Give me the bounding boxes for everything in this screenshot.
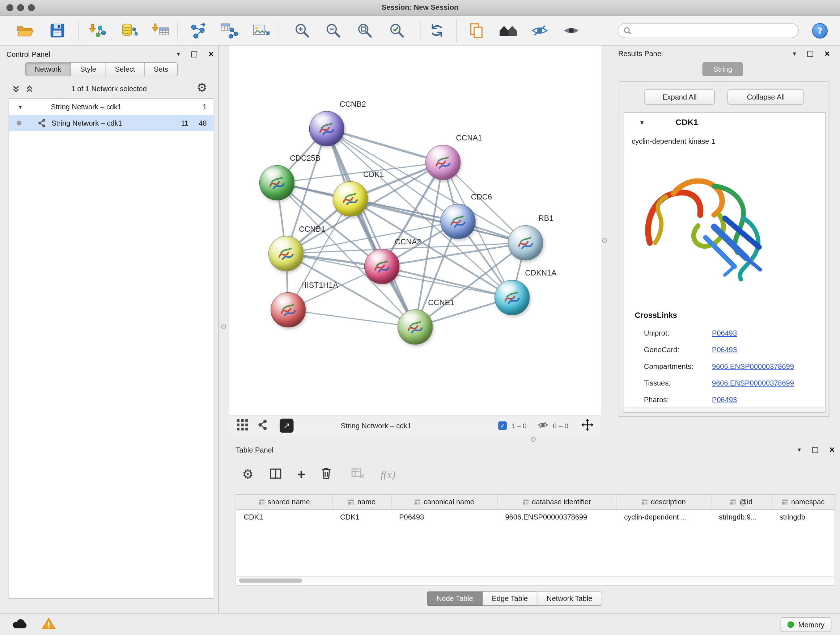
column-header-namespac[interactable]: namespac — [772, 495, 835, 509]
tab-style[interactable]: Style — [71, 63, 106, 76]
close-panel-icon[interactable]: × — [208, 50, 214, 59]
network-node-rb1[interactable] — [508, 225, 543, 261]
scrollbar-thumb[interactable] — [239, 578, 302, 583]
import-network-from-database-button[interactable] — [117, 19, 141, 42]
right-splitter-grip[interactable] — [602, 238, 607, 243]
float-panel-icon[interactable] — [807, 51, 813, 57]
new-network-button[interactable] — [186, 19, 210, 42]
table-row[interactable]: CDK1CDK1P064939606.ENSP00000378699cyclin… — [236, 510, 835, 524]
network-node-ccnb2[interactable] — [309, 111, 344, 147]
zoom-out-button[interactable] — [322, 19, 345, 42]
new-network-from-table-button[interactable] — [218, 19, 241, 42]
network-node-ccne1[interactable] — [398, 309, 433, 345]
column-header-description[interactable]: description — [616, 495, 711, 509]
network-collection-row[interactable]: ▾ String Network – cdk1 1 — [9, 98, 214, 114]
network-edge[interactable] — [327, 128, 443, 162]
open-session-button[interactable] — [13, 19, 36, 42]
network-node-cdc6[interactable] — [440, 204, 476, 239]
tab-node-table[interactable]: Node Table — [427, 591, 483, 606]
tab-string[interactable]: String — [702, 62, 743, 76]
column-header--id[interactable]: @id — [712, 495, 772, 509]
tab-edge-table[interactable]: Edge Table — [483, 591, 538, 606]
home-views-button[interactable] — [496, 19, 519, 42]
tab-network-table[interactable]: Network Table — [538, 591, 602, 606]
cloud-sync-button[interactable] — [11, 618, 28, 632]
help-button[interactable]: ? — [812, 23, 828, 38]
delete-columns-button[interactable] — [321, 467, 332, 482]
network-edge[interactable] — [288, 310, 415, 327]
left-splitter-grip[interactable] — [221, 325, 226, 329]
hidden-items-button[interactable] — [537, 421, 548, 431]
duplicate-network-button[interactable] — [464, 19, 488, 42]
network-node-ccna1[interactable] — [425, 145, 461, 180]
search-field[interactable] — [617, 23, 799, 38]
network-node-ccna2[interactable] — [364, 249, 400, 284]
network-node-ccnb1[interactable] — [268, 236, 304, 272]
table-cell[interactable]: CDK1 — [333, 513, 392, 521]
tab-network[interactable]: Network — [26, 63, 71, 76]
column-header-canonical-name[interactable]: canonical name — [392, 495, 498, 509]
show-columns-button[interactable] — [269, 468, 281, 481]
close-panel-icon[interactable]: × — [824, 49, 830, 58]
hide-selected-button[interactable] — [528, 19, 551, 42]
network-options-gear-button[interactable]: ⚙ — [197, 82, 207, 94]
tree-caret-icon[interactable]: ▾ — [19, 103, 27, 111]
crosslink-value-link[interactable]: 9606.ENSP00000378699 — [712, 363, 794, 371]
table-cell[interactable]: CDK1 — [236, 513, 333, 521]
export-image-button[interactable] — [249, 19, 273, 42]
warnings-button[interactable] — [42, 617, 56, 632]
zoom-fit-button[interactable] — [353, 19, 377, 42]
birdseye-grid-button[interactable] — [237, 419, 248, 432]
column-header-database-identifier[interactable]: database identifier — [498, 495, 617, 509]
results-horizontal-scrollbar[interactable] — [625, 407, 824, 412]
selected-checkbox-icon[interactable]: ✓ — [498, 421, 507, 430]
memory-button[interactable]: Memory — [781, 617, 831, 632]
function-builder-button[interactable]: f(x) — [381, 469, 395, 481]
expand-all-button[interactable]: Expand All — [644, 89, 714, 104]
network-view-canvas[interactable]: CCNB2CCNA1CDC25BCDK1CDC6RB1CCNB1CCNA2CDK… — [229, 46, 601, 416]
float-panel-icon[interactable] — [191, 51, 197, 57]
network-node-cdk1[interactable] — [333, 181, 368, 217]
crosslink-value-link[interactable]: P06493 — [712, 346, 737, 354]
fit-content-button[interactable] — [581, 418, 594, 433]
import-table-from-file-button[interactable] — [149, 19, 172, 42]
table-cell[interactable]: 9606.ENSP00000378699 — [498, 513, 617, 521]
column-header-name[interactable]: name — [333, 495, 392, 509]
collapse-all-button[interactable]: Collapse All — [728, 89, 804, 104]
zoom-in-button[interactable] — [291, 19, 314, 42]
tab-select[interactable]: Select — [106, 63, 145, 76]
network-overview-button[interactable] — [256, 419, 268, 432]
show-all-button[interactable] — [559, 19, 583, 42]
panel-menu-icon[interactable]: ▾ — [177, 50, 180, 58]
table-cell[interactable]: cyclin-dependent ... — [616, 513, 711, 521]
crosslink-value-link[interactable]: 9606.ENSP00000378699 — [712, 379, 794, 387]
hidden-nodes-edges-count: 0 – 0 — [553, 422, 568, 430]
close-panel-icon[interactable]: × — [829, 445, 835, 454]
table-cell[interactable]: stringdb — [772, 513, 835, 521]
network-row[interactable]: String Network – cdk1 11 48 — [9, 115, 214, 131]
column-header-shared-name[interactable]: shared name — [236, 495, 333, 509]
refresh-view-button[interactable] — [425, 19, 448, 42]
zoom-selected-button[interactable] — [385, 19, 409, 42]
crosslink-value-link[interactable]: P06493 — [712, 329, 737, 337]
float-panel-icon[interactable] — [812, 447, 818, 453]
network-edge[interactable] — [327, 128, 415, 327]
bottom-splitter-grip[interactable] — [531, 437, 536, 442]
panel-menu-icon[interactable]: ▾ — [798, 446, 801, 454]
table-cell[interactable]: stringdb:9... — [712, 513, 772, 521]
create-column-button[interactable]: + — [297, 467, 305, 482]
table-options-gear-button[interactable]: ⚙ — [242, 468, 254, 481]
save-session-button[interactable] — [46, 19, 69, 42]
network-node-hist1h1a[interactable] — [271, 292, 306, 328]
network-node-cdkn1a[interactable] — [494, 280, 530, 315]
protein-collapse-caret-icon[interactable]: ▾ — [640, 119, 644, 126]
import-network-from-file-button[interactable] — [86, 19, 109, 42]
panel-menu-icon[interactable]: ▾ — [793, 50, 796, 57]
table-horizontal-scrollbar[interactable] — [237, 576, 834, 584]
crosslink-value-link[interactable]: P06493 — [712, 396, 737, 404]
tab-sets[interactable]: Sets — [145, 63, 177, 76]
network-node-cdc25b[interactable] — [259, 165, 295, 201]
table-cell[interactable]: P06493 — [392, 513, 498, 521]
detach-view-button[interactable]: ↗ — [279, 419, 294, 433]
search-input[interactable] — [635, 27, 793, 35]
